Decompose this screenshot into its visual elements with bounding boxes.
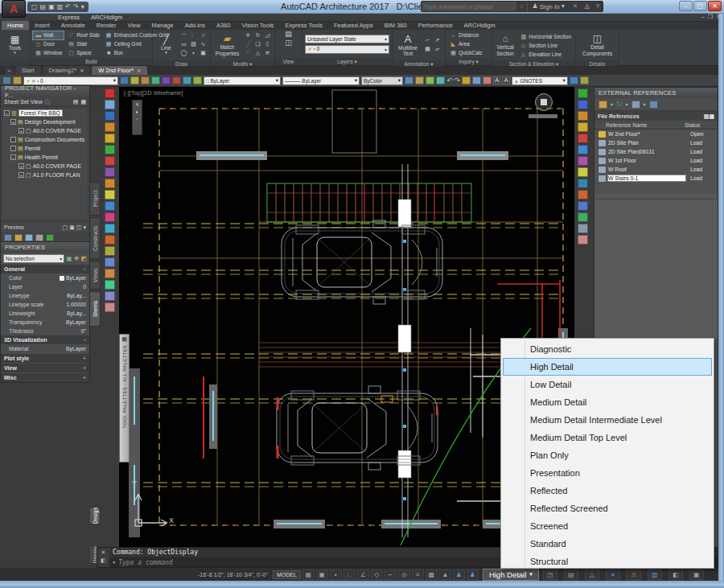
display-config-menu-item[interactable]: Reflected — [501, 482, 714, 500]
file-tab[interactable]: Drawing2*✕ — [43, 66, 91, 75]
isolate-objects-icon[interactable]: ▨ — [648, 569, 662, 580]
maximize-button[interactable]: ▢ — [693, 1, 707, 11]
cmd-customize-icon[interactable]: ◧ — [101, 557, 106, 563]
cmd-close-icon[interactable]: ✕ — [101, 549, 106, 555]
sheet-new-icon[interactable]: ▦ — [80, 99, 86, 105]
palette-tool-icon[interactable] — [578, 156, 588, 166]
ortho-mode-icon[interactable]: ∟ — [343, 569, 356, 580]
collapsed-section-header[interactable]: View+ — [1, 364, 89, 372]
replace-z-icon[interactable]: ▤ — [564, 569, 578, 580]
unisolate-icon[interactable] — [172, 76, 181, 84]
display-config-menu-item[interactable]: Presentation — [501, 464, 714, 482]
tree-expander-icon[interactable]: + — [19, 172, 24, 178]
arc-icon[interactable]: ◠ — [179, 32, 188, 40]
palette-side-tab[interactable]: Design — [90, 507, 101, 524]
general-section-header[interactable]: General− — [1, 265, 89, 273]
select-objects-icon[interactable]: ✛ — [74, 256, 80, 262]
xref-row[interactable]: W Stairs 0-1 Load — [594, 174, 718, 183]
ellipse-icon[interactable]: ◯ — [179, 50, 188, 58]
doc-restore-icon[interactable]: ❐ — [708, 14, 713, 20]
minimize-button[interactable]: – — [679, 1, 693, 11]
workspace-icon[interactable] — [2, 76, 11, 84]
palette-tool-icon[interactable] — [578, 100, 588, 109]
xref-row[interactable]: 2D Site Plan|06111 Load — [594, 147, 718, 156]
trim-icon[interactable]: ◿ — [263, 32, 272, 40]
palette-tool-icon[interactable] — [105, 156, 115, 166]
property-row[interactable]: Transparency ByLayer — [1, 318, 89, 327]
region-icon[interactable]: ▣ — [199, 50, 208, 58]
palette-tool-icon[interactable] — [578, 235, 588, 245]
dimension-icon[interactable]: ⌐ — [423, 37, 432, 45]
palette-tool-icon[interactable] — [578, 88, 588, 98]
viewcube-icon[interactable] — [535, 93, 553, 111]
menu-bar-item[interactable]: ARCHidigm — [91, 14, 122, 21]
match-properties-button[interactable]: ▰ Match Properties — [213, 31, 241, 60]
preview-pane-icon[interactable]: ▢ — [63, 224, 68, 230]
search-input[interactable] — [422, 2, 516, 11]
explode-icon[interactable]: △ — [253, 50, 262, 58]
text-style-icon[interactable]: A — [493, 76, 500, 84]
search-icon[interactable]: ◌ — [516, 3, 527, 10]
object-snap-icon[interactable]: ◎ — [398, 569, 410, 580]
camera-icon[interactable]: ◫ — [285, 39, 292, 47]
property-row[interactable]: Linetype scale 1.00000 — [1, 300, 89, 309]
col-status[interactable]: Status — [685, 122, 700, 128]
palette-tool-icon[interactable] — [105, 224, 115, 233]
tree-item[interactable]: + ▤ Design Development — [2, 117, 88, 126]
palette-tool-icon[interactable] — [105, 269, 115, 278]
annotation-scale-icon[interactable]: △ — [585, 569, 599, 580]
collapsed-section-header[interactable]: Misc+ — [1, 373, 89, 382]
erase-icon[interactable]: ╱ — [244, 41, 253, 49]
tree-view-icon[interactable]: ▦ — [709, 113, 714, 119]
layer-properties-icon[interactable] — [13, 76, 22, 84]
display-config-menu-item[interactable]: High Detail — [503, 358, 712, 376]
style-manager-icon[interactable] — [472, 76, 481, 84]
palette-tool-icon[interactable] — [105, 201, 115, 211]
tree-item[interactable]: + ▢ A0.0 COVER PAGE — [2, 126, 88, 135]
palette-tool-icon[interactable] — [578, 190, 588, 199]
annotation-tools-icon[interactable] — [580, 76, 589, 84]
pencil-style-icon[interactable] — [462, 76, 471, 84]
palette-tool-icon[interactable] — [105, 246, 115, 256]
dynamic-input-icon[interactable]: ▪ — [330, 569, 342, 580]
property-row[interactable]: Linetype ByLay... — [1, 291, 89, 300]
refresh-icon[interactable]: ↻ — [616, 101, 623, 108]
clean-screen-icon[interactable]: ▣ — [689, 569, 704, 580]
polyline-icon[interactable]: 〉 — [189, 32, 198, 40]
match-layer-icon[interactable] — [130, 76, 139, 84]
path-chevron-icon[interactable]: ▾ — [644, 102, 646, 107]
collapsed-section-header[interactable]: Plot style+ — [1, 354, 89, 363]
hardware-accel-icon[interactable]: ◧ — [668, 569, 683, 580]
property-row[interactable]: MaterialByLayer — [1, 344, 89, 353]
inquiry-expand-icon[interactable]: ▾ — [476, 59, 479, 64]
palette-tool-icon[interactable] — [578, 201, 588, 211]
palette-tool-icon[interactable] — [105, 100, 115, 109]
tree-expander-icon[interactable] — [10, 137, 16, 142]
xref-row[interactable]: W 1st Floor Load — [594, 156, 718, 165]
close-button[interactable]: ✕ — [708, 1, 722, 11]
property-row[interactable]: Layer 0 — [1, 282, 89, 291]
layers-expand-icon[interactable]: ▾ — [355, 59, 357, 64]
ribbon-tab[interactable]: Annotate — [56, 21, 91, 30]
ribbon-tab[interactable]: Add-ins — [179, 21, 211, 30]
layer-combo[interactable]: ☀ ▪ 0 ▾ — [305, 45, 389, 54]
navbar-icon[interactable] — [529, 114, 557, 118]
menu-bar-item[interactable]: Express — [58, 14, 80, 21]
tools-button[interactable]: ▦ Tools ▾ — [2, 31, 27, 60]
refresh-chevron-icon[interactable]: ▾ — [626, 102, 628, 107]
a360-icon[interactable]: ✕ — [570, 3, 582, 10]
horizontal-section-button[interactable]: ▥Horizontal Section — [518, 32, 573, 40]
tree-expander-icon[interactable]: − — [10, 154, 16, 160]
preview-chevron-icon[interactable]: ▾ — [83, 224, 86, 230]
tree-item[interactable]: + ▢ A1.0 FLOOR PLAN — [2, 171, 88, 179]
doc-minimize-icon[interactable]: – — [701, 14, 705, 20]
palette-tool-icon[interactable] — [578, 167, 588, 177]
exchange-apps-icon[interactable]: ◬ — [581, 3, 592, 10]
xref-row[interactable]: W Roof Load — [594, 165, 718, 174]
lineweight-icon[interactable]: ≡ — [412, 569, 424, 580]
redo-arrow-icon[interactable]: ↷ — [455, 77, 461, 84]
clip-xref-icon[interactable] — [426, 76, 434, 84]
ribbon-tab[interactable]: Render — [91, 21, 122, 30]
vertical-section-button[interactable]: ⌂ Vertical Section — [495, 31, 516, 60]
property-row[interactable]: Thickness 0" — [1, 327, 89, 335]
